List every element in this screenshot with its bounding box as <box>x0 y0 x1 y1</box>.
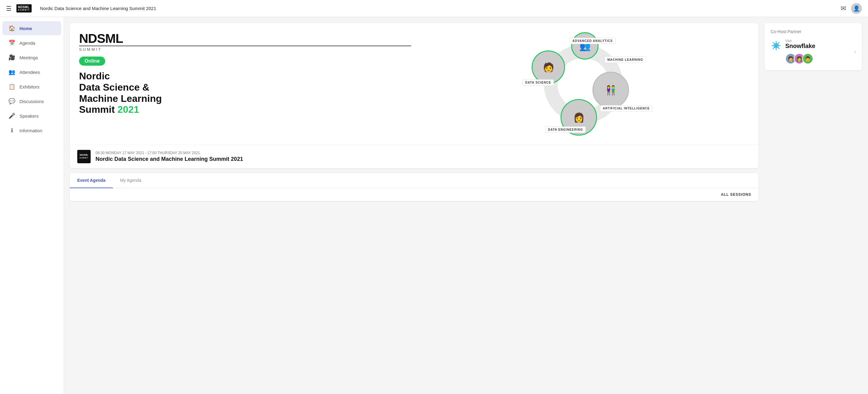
event-full-name: Nordic Data Science and Machine Learning… <box>95 156 243 162</box>
sidebar-item-home[interactable]: 🏠 Home <box>2 21 61 35</box>
event-date-range: 08:30 MONDAY 17 MAY 2021 - 17:00 THURSDA… <box>95 151 243 155</box>
co-host-section-title: Co-Host Partner <box>771 29 856 34</box>
diagram-container: 👥 🧑 👫 👩 ADVANCED ANALYTICS MACHINE LEARN… <box>510 32 656 136</box>
tab-my-agenda[interactable]: My Agenda <box>113 173 149 188</box>
co-host-avatar-3: 👨 <box>802 53 813 64</box>
label-artificial-intelligence: ARTIFICIAL INTELLIGENCE <box>600 105 652 111</box>
sidebar-item-home-label: Home <box>20 26 32 31</box>
event-title: Nordic Data Science & Machine Learning S… <box>79 70 411 115</box>
agenda-card: Event Agenda My Agenda ALL SESSIONS <box>70 173 758 201</box>
sidebar-item-discussions-label: Discussions <box>20 99 44 104</box>
ndsml-logo-sub: SUMMIT <box>79 45 411 52</box>
hamburger-menu[interactable]: ☰ <box>6 5 11 12</box>
tab-event-agenda[interactable]: Event Agenda <box>70 173 113 188</box>
co-host-text: Visit Snowflake 🧑 👩 👨 <box>785 39 815 64</box>
right-sidebar: Co-Host Partner <box>765 23 862 388</box>
ndsml-logo-box: NDSML SUMMIT <box>17 4 32 12</box>
photo-circle-3: 👫 <box>592 72 629 108</box>
sidebar-item-attendees[interactable]: 👥 Attendees <box>2 65 61 79</box>
all-sessions-label: ALL SESSIONS <box>721 192 751 197</box>
mail-icon[interactable]: ✉ <box>841 5 846 12</box>
avatar-icon: 👤 <box>853 5 860 12</box>
sidebar-item-attendees-label: Attendees <box>20 70 40 75</box>
sidebar-item-discussions[interactable]: 💬 Discussions <box>2 94 61 108</box>
co-host-avatars: 🧑 👩 👨 <box>785 53 815 64</box>
event-title-line3: Machine Learning <box>79 93 162 104</box>
event-card: NDSML SUMMIT Online Nordic Data Science … <box>70 23 758 168</box>
speakers-icon: 🎤 <box>8 112 15 119</box>
event-logo: NDSML SUMMIT <box>79 32 411 52</box>
header-logo: NDSML SUMMIT <box>17 4 32 12</box>
user-avatar[interactable]: 👤 <box>851 3 862 14</box>
co-host-visit-label: Visit <box>785 39 815 42</box>
sidebar-item-exhibitors-label: Exhibitors <box>20 84 39 89</box>
sidebar-item-exhibitors[interactable]: 📋 Exhibitors <box>2 80 61 94</box>
event-title-line2: Data Science & <box>79 82 149 93</box>
attendees-icon: 👥 <box>8 69 15 75</box>
home-icon: 🏠 <box>8 25 15 32</box>
online-badge: Online <box>79 57 105 66</box>
content-area: NDSML SUMMIT Online Nordic Data Science … <box>64 17 868 394</box>
label-data-engineering: DATA ENGINEERING <box>545 127 586 133</box>
calendar-icon: 📅 <box>8 39 15 46</box>
event-title-line1: Nordic <box>79 70 110 81</box>
event-title-year: 2021 <box>117 104 139 115</box>
sidebar-item-agenda-label: Agenda <box>20 40 35 45</box>
header-title: Nordic Data Science and Machine Learning… <box>40 6 156 11</box>
information-icon: ℹ <box>8 127 15 134</box>
video-icon: 🎥 <box>8 54 15 61</box>
event-title-line4: Summit <box>79 104 117 115</box>
agenda-tabs: Event Agenda My Agenda <box>70 173 758 188</box>
agenda-sessions-bar: ALL SESSIONS <box>70 188 758 201</box>
label-machine-learning: MACHINE LEARNING <box>604 57 646 63</box>
header: ☰ NDSML SUMMIT Nordic Data Science and M… <box>0 0 868 17</box>
event-left: NDSML SUMMIT Online Nordic Data Science … <box>79 32 411 136</box>
sidebar-item-information-label: Information <box>20 128 42 133</box>
chevron-right-icon: › <box>854 48 856 55</box>
photo-circle-2: 🧑 <box>532 51 565 84</box>
sidebar-item-speakers[interactable]: 🎤 Speakers <box>2 109 61 123</box>
sidebar-item-meetings[interactable]: 🎥 Meetings <box>2 51 61 64</box>
main-panel: NDSML SUMMIT Online Nordic Data Science … <box>70 23 758 388</box>
sidebar-item-agenda[interactable]: 📅 Agenda <box>2 36 61 50</box>
co-host-partner[interactable]: Visit Snowflake 🧑 👩 👨 › <box>771 39 856 64</box>
label-data-science: DATA SCIENCE <box>523 79 554 86</box>
snowflake-icon <box>771 40 782 53</box>
exhibitors-icon: 📋 <box>8 83 15 90</box>
co-host-card: Co-Host Partner <box>765 23 862 70</box>
co-host-partner-name: Snowflake <box>785 42 815 50</box>
event-info-logo: NDSMLSUMMIT <box>77 150 91 163</box>
label-advanced-analytics: ADVANCED ANALYTICS <box>570 38 616 44</box>
discussions-icon: 💬 <box>8 98 15 105</box>
ndsml-logo-main: NDSML <box>79 32 411 45</box>
sidebar-item-speakers-label: Speakers <box>20 113 39 119</box>
event-diagram: 👥 🧑 👫 👩 ADVANCED ANALYTICS MACHINE LEARN… <box>417 32 749 136</box>
event-info-text: 08:30 MONDAY 17 MAY 2021 - 17:00 THURSDA… <box>95 151 243 162</box>
sidebar: 🏠 Home 📅 Agenda 🎥 Meetings 👥 Attendees 📋… <box>0 17 64 394</box>
sidebar-item-information[interactable]: ℹ Information <box>2 124 61 137</box>
event-info-bar: NDSMLSUMMIT 08:30 MONDAY 17 MAY 2021 - 1… <box>70 145 758 168</box>
co-host-partner-info: Visit Snowflake 🧑 👩 👨 <box>771 39 815 64</box>
main-layout: 🏠 Home 📅 Agenda 🎥 Meetings 👥 Attendees 📋… <box>0 17 868 394</box>
header-right: ✉ 👤 <box>841 3 862 14</box>
sidebar-item-meetings-label: Meetings <box>20 55 38 60</box>
event-hero: NDSML SUMMIT Online Nordic Data Science … <box>70 23 758 145</box>
photo-circle-1: 👥 <box>571 32 598 60</box>
